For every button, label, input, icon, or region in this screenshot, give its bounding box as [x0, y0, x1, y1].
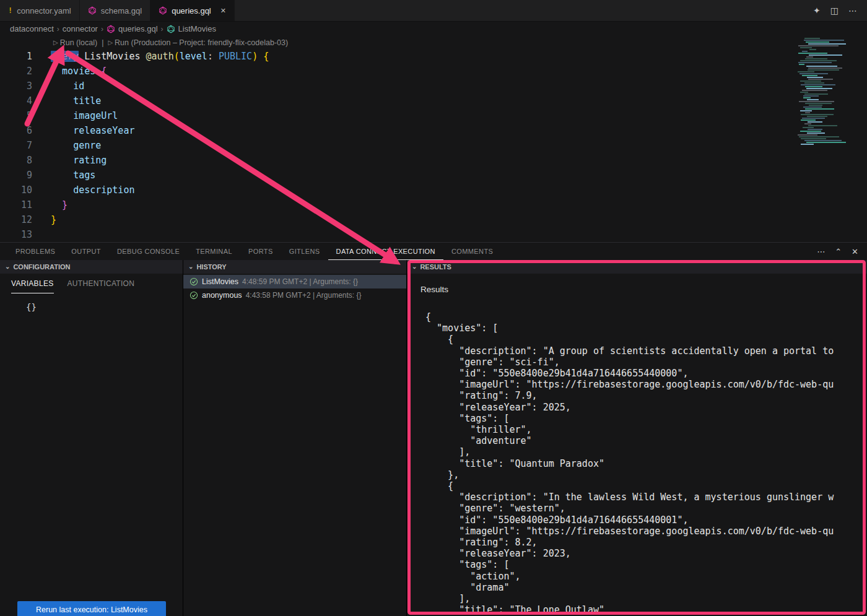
minimap-line	[799, 101, 834, 102]
minimap-line	[805, 103, 832, 104]
minimap-line	[806, 66, 837, 67]
data-connect-execution-view: ⌄ CONFIGURATION VARIABLESAUTHENTICATION …	[0, 260, 867, 616]
code-text: rating	[51, 155, 107, 166]
tab-label: queries.gql	[172, 6, 211, 15]
panel-tab-debug-console[interactable]: DEBUG CONSOLE	[109, 243, 188, 260]
history-item[interactable]: anonymous4:43:58 PM GMT+2 | Arguments: {…	[183, 288, 406, 302]
minimap-line	[807, 116, 827, 117]
more-actions-icon[interactable]: ⋯	[817, 247, 825, 256]
results-line: "genre": "western",	[425, 503, 867, 514]
minimap-line	[801, 84, 835, 85]
config-tab-authentication[interactable]: AUTHENTICATION	[68, 274, 135, 293]
code-line: 2 movies {	[0, 64, 867, 79]
editor-tab-connector-yaml[interactable]: !connector.yaml	[0, 0, 80, 21]
history-item[interactable]: ListMovies4:48:59 PM GMT+2 | Arguments: …	[183, 275, 406, 288]
results-line: "releaseYear": 2023,	[425, 548, 867, 559]
breadcrumb-item-queries-gql[interactable]: queries.gql	[107, 24, 158, 33]
close-icon[interactable]: ✕	[220, 7, 226, 15]
results-line: {	[425, 480, 867, 492]
code-lines: 1query ListMovies @auth(level: PUBLIC) {…	[0, 49, 867, 242]
minimap-line	[809, 105, 822, 106]
minimap-line	[800, 131, 821, 132]
results-line: "releaseYear": 2025,	[425, 402, 867, 413]
results-json-output[interactable]: { "movies": [ { "description": "A group …	[407, 294, 867, 616]
code-line: 7 genre	[0, 138, 867, 153]
panel-tab-ports[interactable]: PORTS	[240, 243, 281, 260]
rerun-last-execution-button[interactable]: Rerun last execution: ListMovies	[17, 601, 166, 616]
minimap-line	[798, 45, 839, 46]
history-item-meta: 4:48:59 PM GMT+2 | Arguments: {}	[242, 277, 358, 286]
panel-tab-terminal[interactable]: TERMINAL	[188, 243, 240, 260]
line-number: 5	[0, 110, 32, 121]
codelens-bar: ▷Run (local) | ▷Run (Production – Projec…	[53, 36, 867, 49]
panel-tab-output[interactable]: OUTPUT	[63, 243, 109, 260]
code-line: 10 description	[0, 183, 867, 197]
minimap-line	[809, 54, 842, 56]
minimap-line	[805, 112, 810, 113]
split-editor-icon[interactable]: ◫	[830, 6, 839, 15]
results-line: "thriller",	[425, 424, 867, 435]
code-text: }	[51, 199, 68, 210]
yaml-icon: !	[8, 6, 12, 15]
results-line: "id": "550e8400e29b41d4a716446655440000"…	[425, 368, 867, 379]
close-panel-icon[interactable]: ✕	[852, 247, 858, 256]
more-actions-icon[interactable]: ⋯	[848, 6, 857, 15]
panel-tab-data-connect-execution[interactable]: DATA CONNECT EXECUTION	[328, 243, 443, 260]
configuration-header[interactable]: ⌄ CONFIGURATION	[0, 260, 183, 274]
line-number: 8	[0, 155, 32, 166]
breadcrumb-item-dataconnect[interactable]: dataconnect	[10, 24, 54, 33]
editor-tab-bar: !connector.yamlschema.gqlqueries.gql✕ ✦ …	[0, 0, 867, 22]
breadcrumb-separator-icon: ›	[101, 25, 103, 33]
minimap-line	[801, 114, 834, 115]
breadcrumb-label: connector	[63, 24, 98, 33]
history-header[interactable]: ⌄ HISTORY	[183, 260, 406, 274]
code-text: }	[51, 214, 56, 225]
line-number: 12	[0, 214, 32, 225]
breadcrumb-label: ListMovies	[178, 24, 216, 33]
minimap-line	[808, 69, 839, 71]
editor-tab-queries-gql[interactable]: queries.gql✕	[150, 0, 235, 21]
line-number: 9	[0, 170, 32, 181]
minimap-line	[798, 134, 817, 136]
breadcrumb-item-ListMovies[interactable]: ListMovies	[167, 24, 216, 33]
minimap-line	[805, 108, 834, 110]
graphql-icon	[107, 25, 115, 33]
run-icon: ▷	[108, 39, 113, 46]
code-editor[interactable]: ▷Run (local) | ▷Run (Production – Projec…	[0, 36, 867, 242]
panel-tab-comments[interactable]: COMMENTS	[443, 243, 501, 260]
minimap-line	[807, 99, 819, 100]
panel-tab-problems[interactable]: PROBLEMS	[7, 243, 63, 260]
minimap-line	[802, 90, 827, 91]
code-line: 1query ListMovies @auth(level: PUBLIC) {	[0, 49, 867, 64]
config-tab-variables[interactable]: VARIABLES	[11, 274, 54, 293]
breadcrumb-item-connector[interactable]: connector	[63, 24, 98, 33]
variables-editor[interactable]: {}	[0, 293, 183, 312]
editor-tab-schema-gql[interactable]: schema.gql	[80, 0, 150, 21]
sparkle-icon[interactable]: ✦	[813, 6, 821, 15]
maximize-panel-icon[interactable]: ⌃	[835, 247, 842, 256]
tab-label: schema.gql	[101, 6, 142, 15]
results-subtitle: Results	[407, 274, 867, 294]
minimap-line	[799, 64, 804, 65]
results-line: "rating": 8.2,	[425, 537, 867, 548]
line-number: 10	[0, 184, 32, 196]
code-text: title	[51, 95, 101, 106]
code-line: 8 rating	[0, 153, 867, 168]
minimap[interactable]	[795, 36, 866, 145]
operation-icon	[167, 25, 175, 33]
run-local-link[interactable]: ▷Run (local)	[53, 38, 97, 47]
pass-check-icon	[190, 277, 198, 286]
minimap-line	[802, 51, 808, 52]
codelens-separator: |	[102, 38, 103, 47]
minimap-line	[801, 138, 826, 139]
run-production-link[interactable]: ▷Run (Production – Project: friendly-fli…	[108, 38, 288, 47]
breadcrumb-separator-icon: ›	[161, 25, 163, 33]
results-header[interactable]: ⌄ RESULTS	[407, 260, 867, 274]
minimap-line	[808, 125, 837, 126]
code-text: imageUrl	[51, 110, 118, 121]
minimap-line	[801, 119, 816, 121]
code-line: 6 releaseYear	[0, 123, 867, 138]
results-line: "drama"	[425, 582, 867, 593]
code-line: 13	[0, 227, 867, 242]
panel-tab-gitlens[interactable]: GITLENS	[281, 243, 328, 260]
